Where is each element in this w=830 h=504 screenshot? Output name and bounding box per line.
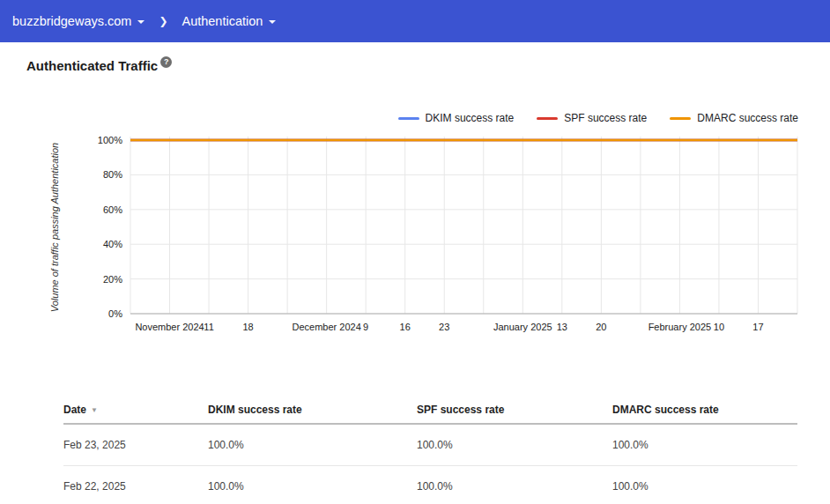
value-cell: 100.0% — [612, 439, 797, 451]
table-row: Feb 23, 2025100.0%100.0%100.0% — [63, 425, 797, 466]
domain-selector-label: buzzbridgeways.com — [12, 14, 131, 28]
dmarc-column-header: DMARC success rate — [612, 404, 797, 416]
page-title: Authenticated Traffic — [26, 58, 158, 73]
caret-down-icon — [269, 20, 276, 24]
table-header-row: Date ▼ DKIM success rate SPF success rat… — [63, 397, 797, 425]
date-cell: Feb 22, 2025 — [63, 480, 208, 493]
svg-text:23: 23 — [439, 322, 449, 332]
svg-text:December 2024: December 2024 — [293, 322, 361, 332]
svg-text:0%: 0% — [108, 308, 122, 319]
help-icon[interactable]: ? — [160, 56, 172, 68]
svg-text:20%: 20% — [103, 274, 122, 285]
svg-text:18: 18 — [242, 322, 253, 332]
value-cell: 100.0% — [612, 480, 797, 493]
svg-text:November 2024: November 2024 — [135, 322, 204, 332]
caret-down-icon — [137, 20, 145, 24]
date-cell: Feb 23, 2025 — [63, 439, 208, 451]
table-row: Feb 22, 2025100.0%100.0%100.0% — [63, 466, 797, 504]
svg-text:13: 13 — [557, 322, 567, 332]
dkim-column-header: DKIM success rate — [208, 404, 417, 416]
top-bar: buzzbridgeways.com ❯ Authentication — [0, 0, 830, 42]
svg-text:16: 16 — [400, 322, 411, 332]
svg-text:9: 9 — [363, 322, 368, 332]
svg-text:80%: 80% — [103, 169, 122, 180]
svg-text:11: 11 — [204, 322, 213, 332]
page-selector[interactable]: Authentication — [182, 14, 276, 28]
svg-text:February 2025: February 2025 — [648, 322, 712, 332]
breadcrumb-chevron-icon: ❯ — [159, 15, 167, 27]
svg-text:January 2025: January 2025 — [493, 322, 552, 332]
authentication-table: Date ▼ DKIM success rate SPF success rat… — [53, 397, 797, 504]
value-cell: 100.0% — [208, 439, 417, 451]
page-title-row: Authenticated Traffic ? — [26, 58, 830, 73]
table-body: Feb 23, 2025100.0%100.0%100.0%Feb 22, 20… — [63, 425, 797, 504]
date-column-header[interactable]: Date ▼ — [63, 404, 208, 416]
svg-text:40%: 40% — [103, 239, 122, 249]
page-selector-label: Authentication — [182, 14, 263, 28]
value-cell: 100.0% — [208, 480, 417, 493]
domain-selector[interactable]: buzzbridgeways.com — [12, 14, 145, 28]
svg-text:17: 17 — [752, 322, 763, 332]
svg-text:10: 10 — [714, 322, 724, 332]
svg-text:60%: 60% — [103, 204, 122, 215]
spf-column-header: SPF success rate — [417, 404, 612, 416]
value-cell: 100.0% — [417, 480, 612, 493]
value-cell: 100.0% — [417, 439, 612, 451]
svg-text:20: 20 — [596, 322, 606, 332]
authenticated-traffic-chart: November 20241118December 202491623Janua… — [0, 101, 830, 357]
svg-text:100%: 100% — [98, 135, 122, 145]
sort-desc-icon: ▼ — [91, 406, 98, 414]
